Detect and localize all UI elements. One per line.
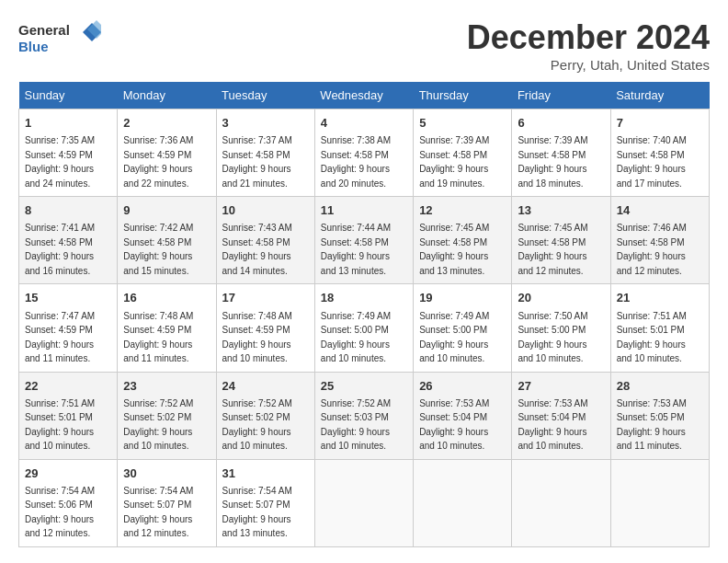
day-number: 27 [518, 378, 604, 395]
day-number: 4 [321, 115, 407, 132]
calendar-week-row: 1 Sunrise: 7:35 AMSunset: 4:59 PMDayligh… [19, 109, 710, 197]
day-number: 9 [123, 202, 210, 219]
calendar-cell [610, 459, 709, 546]
day-number: 23 [123, 378, 210, 395]
day-number: 29 [25, 465, 111, 482]
day-number: 22 [25, 378, 111, 395]
calendar-cell: 22 Sunrise: 7:51 AMSunset: 5:01 PMDaylig… [19, 372, 118, 459]
calendar-cell: 29 Sunrise: 7:54 AMSunset: 5:06 PMDaylig… [19, 459, 118, 546]
day-info: Sunrise: 7:37 AMSunset: 4:58 PMDaylight:… [222, 135, 292, 189]
calendar-cell: 5 Sunrise: 7:39 AMSunset: 4:58 PMDayligh… [414, 109, 512, 197]
calendar-cell: 19 Sunrise: 7:49 AMSunset: 5:00 PMDaylig… [414, 284, 512, 372]
calendar-cell: 15 Sunrise: 7:47 AMSunset: 4:59 PMDaylig… [19, 284, 118, 372]
day-info: Sunrise: 7:39 AMSunset: 4:58 PMDaylight:… [518, 135, 587, 189]
weekday-header-monday: Monday [118, 82, 216, 109]
calendar-cell: 21 Sunrise: 7:51 AMSunset: 5:01 PMDaylig… [610, 284, 709, 372]
calendar-cell: 3 Sunrise: 7:37 AMSunset: 4:58 PMDayligh… [216, 109, 314, 197]
calendar-cell: 14 Sunrise: 7:46 AMSunset: 4:58 PMDaylig… [610, 197, 709, 284]
day-number: 1 [25, 115, 111, 132]
day-info: Sunrise: 7:49 AMSunset: 5:00 PMDaylight:… [321, 311, 391, 364]
calendar-cell: 26 Sunrise: 7:53 AMSunset: 5:04 PMDaylig… [414, 372, 512, 459]
day-number: 10 [222, 202, 309, 219]
day-number: 8 [25, 202, 111, 219]
day-info: Sunrise: 7:39 AMSunset: 4:58 PMDaylight:… [419, 135, 489, 189]
day-number: 7 [617, 115, 703, 132]
day-info: Sunrise: 7:53 AMSunset: 5:04 PMDaylight:… [518, 398, 587, 452]
day-number: 18 [321, 290, 407, 306]
weekday-header-tuesday: Tuesday [216, 82, 314, 109]
day-number: 24 [222, 378, 309, 395]
day-info: Sunrise: 7:53 AMSunset: 5:05 PMDaylight:… [617, 398, 687, 452]
calendar-week-row: 8 Sunrise: 7:41 AMSunset: 4:58 PMDayligh… [19, 197, 710, 284]
weekday-header-wednesday: Wednesday [314, 82, 413, 109]
calendar-cell: 6 Sunrise: 7:39 AMSunset: 4:58 PMDayligh… [512, 109, 610, 197]
day-info: Sunrise: 7:46 AMSunset: 4:58 PMDaylight:… [617, 223, 687, 276]
day-info: Sunrise: 7:52 AMSunset: 5:02 PMDaylight:… [222, 398, 292, 452]
calendar-cell: 1 Sunrise: 7:35 AMSunset: 4:59 PMDayligh… [19, 109, 118, 197]
calendar-week-row: 22 Sunrise: 7:51 AMSunset: 5:01 PMDaylig… [19, 372, 710, 459]
day-info: Sunrise: 7:52 AMSunset: 5:03 PMDaylight:… [321, 398, 391, 452]
calendar-week-row: 15 Sunrise: 7:47 AMSunset: 4:59 PMDaylig… [19, 284, 710, 372]
day-number: 14 [617, 202, 703, 219]
weekday-header-sunday: Sunday [19, 82, 118, 109]
day-number: 25 [321, 378, 407, 395]
calendar-cell: 7 Sunrise: 7:40 AMSunset: 4:58 PMDayligh… [610, 109, 709, 197]
day-info: Sunrise: 7:45 AMSunset: 4:58 PMDaylight:… [419, 223, 489, 276]
calendar-cell: 13 Sunrise: 7:45 AMSunset: 4:58 PMDaylig… [512, 197, 610, 284]
day-info: Sunrise: 7:54 AMSunset: 5:07 PMDaylight:… [222, 486, 292, 539]
day-info: Sunrise: 7:48 AMSunset: 4:59 PMDaylight:… [123, 311, 193, 364]
calendar-cell: 8 Sunrise: 7:41 AMSunset: 4:58 PMDayligh… [19, 197, 118, 284]
day-number: 16 [123, 290, 210, 306]
day-number: 30 [123, 465, 210, 482]
calendar-cell: 18 Sunrise: 7:49 AMSunset: 5:00 PMDaylig… [314, 284, 413, 372]
weekday-header-friday: Friday [512, 82, 610, 109]
calendar-table: SundayMondayTuesdayWednesdayThursdayFrid… [18, 82, 710, 547]
day-number: 20 [518, 290, 604, 306]
day-number: 17 [222, 290, 309, 306]
day-info: Sunrise: 7:43 AMSunset: 4:58 PMDaylight:… [222, 223, 292, 276]
day-info: Sunrise: 7:51 AMSunset: 5:01 PMDaylight:… [25, 398, 95, 452]
day-number: 13 [518, 202, 604, 219]
day-number: 19 [419, 290, 506, 306]
day-info: Sunrise: 7:42 AMSunset: 4:58 PMDaylight:… [123, 223, 193, 276]
calendar-cell: 27 Sunrise: 7:53 AMSunset: 5:04 PMDaylig… [512, 372, 610, 459]
day-number: 2 [123, 115, 210, 132]
calendar-cell: 23 Sunrise: 7:52 AMSunset: 5:02 PMDaylig… [118, 372, 216, 459]
calendar-cell: 11 Sunrise: 7:44 AMSunset: 4:58 PMDaylig… [314, 197, 413, 284]
calendar-cell: 24 Sunrise: 7:52 AMSunset: 5:02 PMDaylig… [216, 372, 314, 459]
day-number: 26 [419, 378, 506, 395]
day-info: Sunrise: 7:51 AMSunset: 5:01 PMDaylight:… [617, 311, 687, 364]
logo-svg: General Blue [18, 18, 101, 60]
weekday-header-row: SundayMondayTuesdayWednesdayThursdayFrid… [19, 82, 710, 109]
day-number: 3 [222, 115, 309, 132]
day-number: 12 [419, 202, 506, 219]
month-title: December 2024 [467, 18, 710, 57]
day-info: Sunrise: 7:53 AMSunset: 5:04 PMDaylight:… [419, 398, 489, 452]
calendar-cell: 16 Sunrise: 7:48 AMSunset: 4:59 PMDaylig… [118, 284, 216, 372]
calendar-cell: 12 Sunrise: 7:45 AMSunset: 4:58 PMDaylig… [414, 197, 512, 284]
logo: General Blue [18, 18, 101, 60]
day-number: 11 [321, 202, 407, 219]
location-title: Perry, Utah, United States [467, 57, 710, 73]
day-info: Sunrise: 7:36 AMSunset: 4:59 PMDaylight:… [123, 135, 193, 189]
day-info: Sunrise: 7:35 AMSunset: 4:59 PMDaylight:… [25, 135, 95, 189]
calendar-cell [512, 459, 610, 546]
day-info: Sunrise: 7:40 AMSunset: 4:58 PMDaylight:… [617, 135, 687, 189]
calendar-cell: 17 Sunrise: 7:48 AMSunset: 4:59 PMDaylig… [216, 284, 314, 372]
calendar-cell: 10 Sunrise: 7:43 AMSunset: 4:58 PMDaylig… [216, 197, 314, 284]
day-number: 6 [518, 115, 604, 132]
calendar-cell: 2 Sunrise: 7:36 AMSunset: 4:59 PMDayligh… [118, 109, 216, 197]
calendar-cell [314, 459, 413, 546]
calendar-cell: 25 Sunrise: 7:52 AMSunset: 5:03 PMDaylig… [314, 372, 413, 459]
day-number: 5 [419, 115, 506, 132]
day-number: 21 [617, 290, 703, 306]
day-info: Sunrise: 7:41 AMSunset: 4:58 PMDaylight:… [25, 223, 95, 276]
calendar-cell [414, 459, 512, 546]
day-number: 15 [25, 290, 111, 306]
calendar-week-row: 29 Sunrise: 7:54 AMSunset: 5:06 PMDaylig… [19, 459, 710, 546]
header: General Blue December 2024 Perry, Utah, … [18, 18, 710, 73]
day-info: Sunrise: 7:44 AMSunset: 4:58 PMDaylight:… [321, 223, 391, 276]
calendar-cell: 20 Sunrise: 7:50 AMSunset: 5:00 PMDaylig… [512, 284, 610, 372]
day-info: Sunrise: 7:48 AMSunset: 4:59 PMDaylight:… [222, 311, 292, 364]
weekday-header-saturday: Saturday [610, 82, 709, 109]
